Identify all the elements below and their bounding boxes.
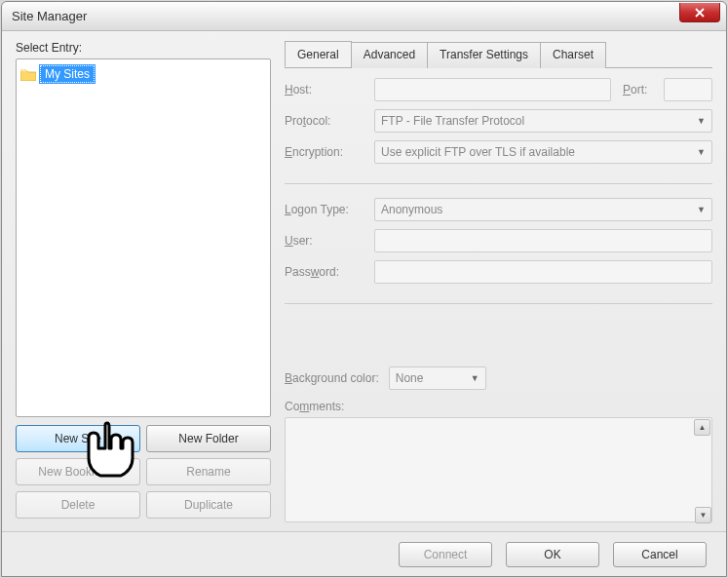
port-label: Port:: [623, 83, 658, 96]
site-tree[interactable]: My Sites: [16, 58, 271, 417]
scroll-down-icon: ▼: [695, 507, 711, 523]
divider: [285, 303, 712, 304]
right-panel: General Advanced Transfer Settings Chars…: [285, 41, 712, 519]
chevron-down-icon: ▼: [471, 373, 479, 383]
select-entry-label: Select Entry:: [16, 41, 271, 55]
scroll-up-icon: ▲: [694, 419, 710, 436]
new-folder-button[interactable]: New Folder: [146, 425, 271, 452]
bgcolor-label: Background color:: [285, 371, 379, 385]
logon-type-select: Anonymous ▼: [374, 198, 712, 221]
encryption-value: Use explicit FTP over TLS if available: [381, 145, 575, 159]
encryption-select: Use explicit FTP over TLS if available ▼: [374, 140, 712, 164]
tab-advanced[interactable]: Advanced: [351, 42, 428, 68]
folder-icon: [20, 68, 36, 81]
encryption-label: Encryption:: [285, 145, 368, 159]
duplicate-button: Duplicate: [146, 491, 271, 519]
bgcolor-select: None ▼: [389, 366, 486, 390]
chevron-down-icon: ▼: [697, 205, 706, 214]
tab-general[interactable]: General: [285, 41, 352, 67]
chevron-down-icon: ▼: [697, 147, 706, 157]
tab-transfer-settings[interactable]: Transfer Settings: [427, 42, 541, 68]
window-title: Site Manager: [8, 9, 87, 23]
new-bookmark-button: New Bookmark: [16, 458, 140, 485]
comments-label: Comments:: [285, 400, 712, 413]
divider: [285, 183, 712, 184]
left-panel: Select Entry: My Sites New Site New Fold…: [16, 41, 271, 519]
host-input: [374, 78, 611, 101]
protocol-value: FTP - File Transfer Protocol: [381, 114, 524, 128]
close-button[interactable]: [679, 3, 720, 22]
connect-button: Connect: [399, 542, 492, 567]
dialog-footer: Connect OK Cancel: [2, 531, 726, 576]
password-input: [374, 260, 712, 284]
titlebar[interactable]: Site Manager: [2, 2, 726, 31]
tab-charset[interactable]: Charset: [540, 42, 606, 68]
delete-button: Delete: [16, 491, 140, 519]
port-input: [664, 78, 712, 101]
rename-button: Rename: [146, 458, 271, 485]
tab-bar: General Advanced Transfer Settings Chars…: [285, 41, 712, 68]
new-site-button[interactable]: New Site: [16, 425, 140, 452]
tree-root-label: My Sites: [40, 65, 95, 83]
password-label: Password:: [285, 265, 368, 279]
bgcolor-value: None: [396, 371, 424, 385]
user-input: [374, 229, 712, 252]
close-icon: [695, 8, 705, 18]
site-buttons: New Site New Folder New Bookmark Rename …: [16, 425, 271, 519]
logon-type-label: Logon Type:: [285, 203, 368, 216]
cancel-button[interactable]: Cancel: [613, 542, 707, 567]
logon-type-value: Anonymous: [381, 203, 442, 216]
comments-textarea: [285, 417, 712, 522]
host-label: Host:: [285, 83, 368, 96]
chevron-down-icon: ▼: [697, 116, 706, 126]
user-label: User:: [285, 234, 368, 248]
ok-button[interactable]: OK: [506, 542, 599, 567]
tree-root-item[interactable]: My Sites: [20, 65, 266, 83]
site-manager-dialog: Site Manager Select Entry: My Sites New …: [1, 1, 727, 577]
protocol-label: Protocol:: [285, 114, 368, 128]
protocol-select: FTP - File Transfer Protocol ▼: [374, 109, 712, 133]
